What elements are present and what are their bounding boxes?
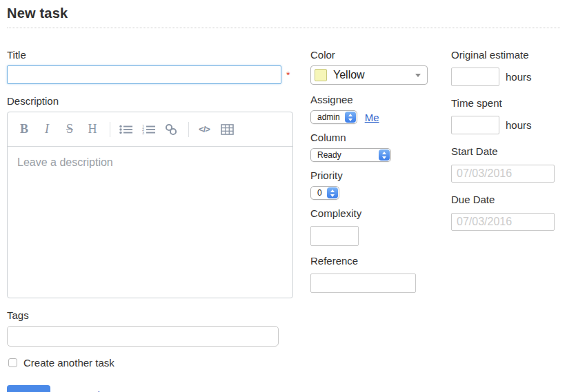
reference-field: Reference [310,255,446,293]
required-asterisk: * [286,70,290,81]
page-title: New task [7,6,560,28]
reference-label: Reference [310,255,446,267]
original-estimate-row: hours [451,68,560,86]
assignee-field: Assignee admin Me [310,94,446,124]
editor-toolbar: B I S H [8,112,292,147]
complexity-label: Complexity [310,207,446,219]
priority-label: Priority [310,169,446,181]
link-icon[interactable] [164,121,178,138]
bold-icon[interactable]: B [17,121,31,138]
select-stepper-icon [327,187,338,198]
form-columns: Title * Description B I S H [7,49,560,392]
time-spent-unit: hours [506,119,532,131]
title-row: * [7,65,293,84]
color-label: Color [310,49,446,61]
right-column: Original estimate hours Time spent hours… [451,49,560,392]
strikethrough-icon[interactable]: S [63,121,77,138]
create-another-label[interactable]: Create another task [23,357,115,369]
toolbar-separator [110,122,110,137]
reference-input[interactable] [310,274,416,293]
description-label: Description [7,95,293,107]
time-spent-row: hours [451,116,560,134]
time-spent-input[interactable] [451,116,499,134]
original-estimate-input[interactable] [451,68,499,86]
due-date-label: Due Date [451,194,560,205]
create-another-row: Create another task [7,357,293,369]
complexity-input[interactable] [310,226,359,246]
complexity-field: Complexity [310,207,446,246]
tags-input[interactable] [7,326,279,347]
start-date-field: Start Date [451,145,560,183]
priority-select[interactable]: 0 [310,186,339,200]
color-swatch-yellow [315,69,327,81]
column-field: Column Ready [310,132,446,162]
original-estimate-field: Original estimate hours [451,49,560,86]
original-estimate-unit: hours [506,71,532,83]
left-column: Title * Description B I S H [7,49,293,392]
unordered-list-icon[interactable] [119,121,132,138]
description-textarea[interactable]: Leave a description [8,147,292,178]
priority-field: Priority 0 [310,169,446,200]
new-task-page: New task Title * Description B I S H [0,0,567,392]
select-stepper-icon [379,149,390,161]
cancel-link[interactable]: cancel [70,389,99,392]
assignee-label: Assignee [310,94,446,105]
code-icon[interactable]: </> [197,121,211,138]
title-label: Title [7,49,293,61]
priority-selected-value: 0 [317,188,322,198]
assign-to-me-link[interactable]: Me [365,112,379,123]
time-spent-label: Time spent [451,97,560,109]
italic-icon[interactable]: I [40,121,54,138]
assignee-select[interactable]: admin [310,110,357,124]
svg-text:3: 3 [142,131,144,135]
start-date-label: Start Date [451,145,560,157]
form-actions: Save or cancel [7,385,293,392]
time-spent-field: Time spent hours [451,97,560,134]
column-selected-value: Ready [317,150,341,160]
table-icon[interactable] [220,121,234,138]
column-label: Column [310,132,446,143]
start-date-input[interactable] [451,165,555,183]
ordered-list-icon[interactable]: 1 2 3 [141,121,155,138]
toolbar-separator [188,122,189,137]
heading-icon[interactable]: H [86,121,99,138]
original-estimate-label: Original estimate [451,49,560,61]
color-field: Color Yellow [310,49,446,85]
chevron-down-icon [415,74,421,77]
tags-label: Tags [7,309,293,321]
create-another-checkbox[interactable] [8,358,17,367]
assignee-row: admin Me [310,110,446,124]
due-date-input[interactable] [451,213,555,231]
color-selected-value: Yellow [333,69,365,81]
or-text: or [57,389,66,392]
assignee-selected-value: admin [317,112,340,122]
save-button[interactable]: Save [7,385,50,392]
column-select[interactable]: Ready [310,148,391,162]
select-stepper-icon [345,112,356,123]
title-input[interactable] [7,65,281,84]
description-editor: B I S H [7,112,293,298]
color-dropdown[interactable]: Yellow [310,65,428,85]
middle-column: Color Yellow Assignee admin Me [310,49,446,392]
tags-field: Tags [7,309,293,347]
due-date-field: Due Date [451,194,560,231]
description-placeholder: Leave a description [17,156,113,168]
